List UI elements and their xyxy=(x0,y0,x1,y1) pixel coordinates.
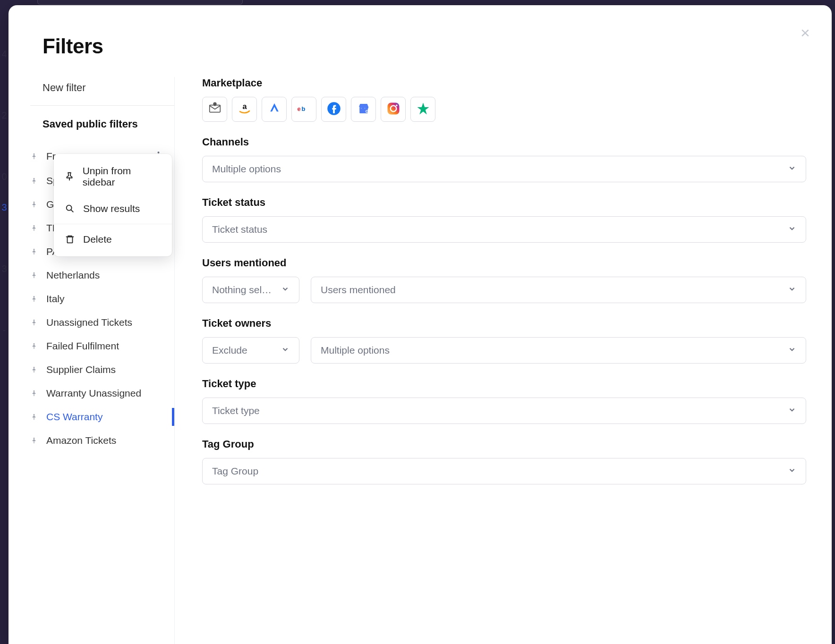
close-button[interactable]: × xyxy=(796,23,815,42)
sidebar-item[interactable]: Italy xyxy=(30,287,174,311)
facebook-icon xyxy=(327,102,341,118)
sidebar-item-label: Netherlands xyxy=(46,270,174,281)
cm-show-results[interactable]: Show results xyxy=(54,195,172,222)
bg-search-hint xyxy=(37,0,243,5)
pin-icon xyxy=(30,413,40,421)
pin-icon xyxy=(30,224,40,232)
instagram-icon xyxy=(386,102,400,118)
sidebar-item[interactable]: Failed Fulfilment xyxy=(30,334,174,358)
svg-text:e: e xyxy=(297,105,300,112)
pin-icon xyxy=(30,342,40,350)
search-icon xyxy=(64,203,76,214)
pin-icon xyxy=(30,201,40,208)
svg-rect-5 xyxy=(209,105,220,112)
chevron-down-icon xyxy=(281,345,290,356)
new-filter-link[interactable]: New filter xyxy=(30,77,174,106)
ticket-type-placeholder: Ticket type xyxy=(212,405,260,416)
sidebar-item-label: Italy xyxy=(46,293,174,305)
sidebar-item[interactable]: Unassigned Tickets xyxy=(30,311,174,334)
sidebar-item[interactable]: Netherlands xyxy=(30,263,174,287)
cm-delete[interactable]: Delete xyxy=(54,226,172,253)
ticket-status-placeholder: Ticket status xyxy=(212,224,267,235)
ticket-status-select[interactable]: Ticket status xyxy=(202,216,806,243)
gshop-icon: G xyxy=(357,102,371,118)
field-tag-group: Tag Group Tag Group xyxy=(202,438,806,484)
pin-icon xyxy=(30,248,40,255)
sidebar-item-label: Amazon Tickets xyxy=(46,435,174,446)
sidebar-item-label: Failed Fulfilment xyxy=(46,340,174,352)
cm-unpin[interactable]: Unpin from sidebar xyxy=(54,158,172,195)
marketplace-trustpilot[interactable] xyxy=(410,97,435,122)
ticket-owners-mode: Exclude xyxy=(212,345,247,356)
svg-text:G: G xyxy=(365,109,368,113)
ebay-icon: eb xyxy=(297,102,312,118)
chevron-down-icon xyxy=(788,345,796,356)
field-ticket-type: Ticket type Ticket type xyxy=(202,378,806,424)
tag-group-select[interactable]: Tag Group xyxy=(202,458,806,484)
sidebar-item-label: CS Warranty xyxy=(46,411,174,423)
svg-text:a: a xyxy=(242,102,247,110)
marketplace-amazon[interactable]: a xyxy=(232,97,257,122)
marketplace-ebay[interactable]: eb xyxy=(291,97,316,122)
filter-context-menu: Unpin from sidebar Show results Delete xyxy=(54,154,172,256)
field-marketplace: Marketplace @aebG xyxy=(202,77,806,122)
modal-title: Filters xyxy=(9,5,832,58)
chevron-down-icon xyxy=(788,405,796,416)
trash-icon xyxy=(64,234,76,245)
pin-icon xyxy=(30,366,40,373)
chevron-down-icon xyxy=(788,163,796,175)
filters-modal: × Filters New filter Saved public filter… xyxy=(9,5,832,644)
sidebar-item-label: Warranty Unassigned xyxy=(46,388,174,399)
ticket-owners-mode-select[interactable]: Exclude xyxy=(202,337,299,364)
field-channels: Channels Multiple options xyxy=(202,136,806,182)
pin-icon xyxy=(30,177,40,185)
users-mentioned-label: Users mentioned xyxy=(202,257,806,269)
amazon-icon: a xyxy=(238,102,252,118)
marketplace-appstore[interactable] xyxy=(262,97,287,122)
bg-number-column: 4 2 0 3 3 - xyxy=(0,0,9,346)
field-ticket-owners: Ticket owners Exclude Multiple options xyxy=(202,317,806,364)
svg-rect-14 xyxy=(387,102,399,114)
svg-point-0 xyxy=(157,152,159,153)
svg-text:@: @ xyxy=(213,102,216,105)
chevron-down-icon xyxy=(788,224,796,235)
svg-point-3 xyxy=(67,205,72,211)
ticket-type-label: Ticket type xyxy=(202,378,806,390)
sidebar-item[interactable]: Warranty Unassigned xyxy=(30,381,174,405)
sidebar-item-label: Supplier Claims xyxy=(46,364,174,375)
marketplace-email[interactable]: @ xyxy=(202,97,227,122)
tag-group-placeholder: Tag Group xyxy=(212,466,258,477)
close-icon: × xyxy=(801,24,810,42)
cm-unpin-label: Unpin from sidebar xyxy=(83,165,162,188)
marketplace-instagram[interactable] xyxy=(381,97,406,122)
cm-separator xyxy=(54,224,172,224)
chevron-down-icon xyxy=(788,466,796,477)
trustpilot-icon xyxy=(416,102,430,118)
ticket-owners-label: Ticket owners xyxy=(202,317,806,330)
channels-select[interactable]: Multiple options xyxy=(202,156,806,182)
sidebar-item[interactable]: Amazon Tickets xyxy=(30,429,174,452)
ticket-type-select[interactable]: Ticket type xyxy=(202,398,806,424)
ticket-owners-select[interactable]: Multiple options xyxy=(311,337,806,364)
sidebar-item-label: Unassigned Tickets xyxy=(46,317,174,328)
users-mentioned-select[interactable]: Users mentioned xyxy=(311,277,806,303)
marketplace-facebook[interactable] xyxy=(321,97,346,122)
pin-icon xyxy=(30,437,40,444)
marketplace-row: @aebG xyxy=(202,97,806,122)
sidebar-item[interactable]: Supplier Claims xyxy=(30,358,174,381)
email-icon: @ xyxy=(208,102,222,118)
sidebar-item[interactable]: CS Warranty xyxy=(30,405,174,429)
tag-group-label: Tag Group xyxy=(202,438,806,450)
ticket-status-label: Ticket status xyxy=(202,196,806,209)
marketplace-label: Marketplace xyxy=(202,77,806,89)
marketplace-gshop[interactable]: G xyxy=(351,97,376,122)
new-filter-label: New filter xyxy=(43,82,86,93)
saved-filters-heading: Saved public filters xyxy=(30,114,174,144)
users-mentioned-mode-select[interactable]: Nothing sel… xyxy=(202,277,299,303)
pin-icon xyxy=(30,153,40,160)
channels-label: Channels xyxy=(202,136,806,148)
svg-rect-4 xyxy=(68,237,73,243)
ticket-owners-placeholder: Multiple options xyxy=(321,345,390,356)
users-mentioned-mode: Nothing sel… xyxy=(212,284,272,296)
pin-icon xyxy=(30,295,40,303)
